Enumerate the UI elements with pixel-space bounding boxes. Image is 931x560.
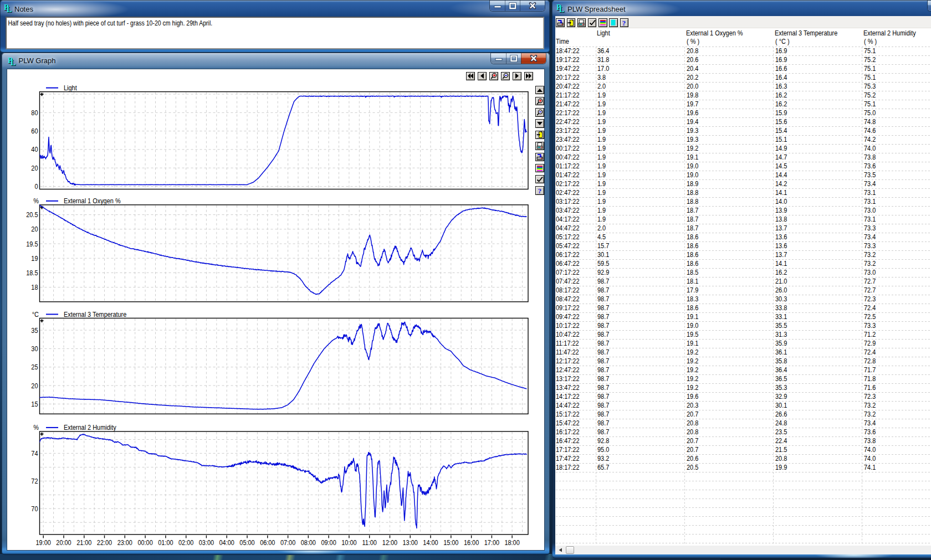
svg-text:L: L	[7, 6, 12, 14]
svg-text:L: L	[559, 6, 564, 14]
svg-text:?: ?	[622, 19, 626, 26]
svg-text:?: ?	[538, 187, 542, 194]
svg-text:L: L	[11, 59, 16, 67]
